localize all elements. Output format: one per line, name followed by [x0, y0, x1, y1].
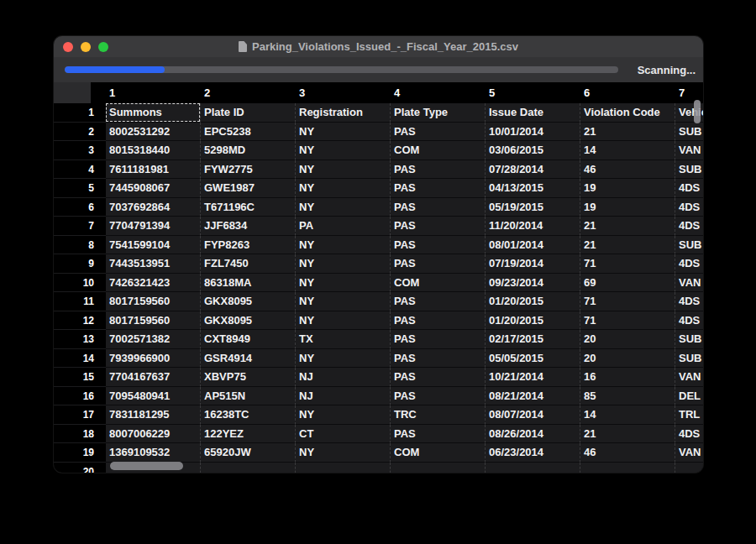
- row-header[interactable]: 17: [54, 405, 106, 425]
- table-cell[interactable]: 86318MA: [201, 274, 296, 293]
- table-cell[interactable]: 8015318440: [106, 141, 201, 160]
- row-header[interactable]: 2: [54, 123, 106, 142]
- table-cell[interactable]: Plate Type: [391, 103, 486, 123]
- table-cell[interactable]: 7611181981: [106, 160, 201, 180]
- table-cell[interactable]: 21: [580, 217, 675, 236]
- table-cell[interactable]: NY: [296, 236, 391, 255]
- table-cell[interactable]: 122YEZ: [201, 425, 296, 444]
- column-header[interactable]: 4: [391, 82, 486, 103]
- table-cell[interactable]: PAS: [391, 123, 486, 142]
- table-cell[interactable]: 01/20/2015: [486, 292, 580, 311]
- table-cell[interactable]: 4DS: [675, 198, 703, 217]
- table-cell[interactable]: GSR4914: [201, 349, 296, 369]
- table-cell[interactable]: PAS: [391, 330, 486, 349]
- table-cell[interactable]: 7037692864: [106, 198, 201, 217]
- table-cell[interactable]: 7095480941: [106, 387, 201, 406]
- table-cell[interactable]: 07/19/2014: [486, 254, 580, 274]
- table-cell[interactable]: NY: [296, 141, 391, 160]
- row-header[interactable]: 11: [54, 292, 106, 311]
- table-cell[interactable]: NY: [296, 198, 391, 217]
- table-cell[interactable]: 7939966900: [106, 349, 201, 369]
- table-cell[interactable]: 8007006229: [106, 425, 201, 444]
- table-cell[interactable]: 7443513951: [106, 254, 201, 274]
- table-cell[interactable]: SUB: [675, 349, 703, 369]
- row-header[interactable]: 20: [54, 463, 106, 473]
- table-cell[interactable]: 71: [580, 292, 675, 311]
- table-cell[interactable]: NY: [296, 179, 391, 198]
- table-cell[interactable]: PAS: [391, 349, 486, 369]
- table-cell[interactable]: 69: [580, 274, 675, 293]
- table-cell[interactable]: 16: [580, 368, 675, 387]
- table-cell[interactable]: NJ: [296, 387, 391, 406]
- table-cell[interactable]: 21: [580, 236, 675, 255]
- column-header[interactable]: 2: [201, 82, 296, 103]
- table-cell[interactable]: 7704167637: [106, 368, 201, 387]
- table-cell[interactable]: 16238TC: [201, 405, 296, 425]
- table-cell[interactable]: 21: [580, 123, 675, 142]
- table-cell[interactable]: [201, 463, 296, 473]
- table-cell[interactable]: PAS: [391, 179, 486, 198]
- table-cell[interactable]: NJ: [296, 368, 391, 387]
- table-cell[interactable]: FZL7450: [201, 254, 296, 274]
- table-cell[interactable]: NY: [296, 405, 391, 425]
- table-cell[interactable]: 46: [580, 160, 675, 180]
- table-cell[interactable]: 8002531292: [106, 123, 201, 142]
- column-header[interactable]: 3: [296, 82, 391, 103]
- table-cell[interactable]: [675, 463, 703, 473]
- row-header[interactable]: 16: [54, 387, 106, 406]
- table-cell[interactable]: 4DS: [675, 217, 703, 236]
- table-cell[interactable]: 1369109532: [106, 443, 201, 463]
- table-cell[interactable]: 7831181295: [106, 405, 201, 425]
- table-cell[interactable]: 19: [580, 198, 675, 217]
- table-cell[interactable]: 08/07/2014: [486, 405, 580, 425]
- maximize-button[interactable]: [98, 42, 108, 52]
- table-cell[interactable]: PA: [296, 217, 391, 236]
- table-cell[interactable]: 46: [580, 443, 675, 463]
- row-header[interactable]: 18: [54, 425, 106, 444]
- table-cell[interactable]: SUB: [675, 160, 703, 180]
- table-cell[interactable]: NY: [296, 160, 391, 180]
- row-header[interactable]: 10: [54, 274, 106, 293]
- horizontal-scrollbar-thumb[interactable]: [110, 462, 183, 470]
- table-cell[interactable]: SUB: [675, 236, 703, 255]
- table-cell[interactable]: JJF6834: [201, 217, 296, 236]
- table-cell[interactable]: TX: [296, 330, 391, 349]
- table-cell[interactable]: 14: [580, 141, 675, 160]
- table-cell[interactable]: NY: [296, 123, 391, 142]
- table-cell[interactable]: 8017159560: [106, 292, 201, 311]
- table-cell[interactable]: NY: [296, 274, 391, 293]
- table-cell[interactable]: 71: [580, 254, 675, 274]
- table-cell[interactable]: Registration: [296, 103, 391, 123]
- table-cell[interactable]: FYW2775: [201, 160, 296, 180]
- table-cell[interactable]: GKX8095: [201, 292, 296, 311]
- table-cell[interactable]: CT: [296, 425, 391, 444]
- table-cell[interactable]: Violation Code: [580, 103, 675, 123]
- table-cell[interactable]: PAS: [391, 254, 486, 274]
- table-cell[interactable]: SUB: [675, 330, 703, 349]
- table-cell[interactable]: 7426321423: [106, 274, 201, 293]
- table-cell[interactable]: 4DS: [675, 254, 703, 274]
- row-header[interactable]: 4: [54, 160, 106, 180]
- row-header[interactable]: 13: [54, 330, 106, 349]
- window-titlebar[interactable]: Parking_Violations_Issued_-_Fiscal_Year_…: [54, 36, 703, 57]
- row-header[interactable]: 5: [54, 179, 106, 198]
- table-cell[interactable]: 5298MD: [201, 141, 296, 160]
- table-cell[interactable]: 01/20/2015: [486, 311, 580, 331]
- table-cell[interactable]: 20: [580, 349, 675, 369]
- table-cell[interactable]: 19: [580, 179, 675, 198]
- table-cell[interactable]: 02/17/2015: [486, 330, 580, 349]
- table-cell[interactable]: VAN: [675, 368, 703, 387]
- table-cell[interactable]: NY: [296, 292, 391, 311]
- select-all-corner[interactable]: [54, 82, 91, 103]
- table-cell[interactable]: DEL: [675, 387, 703, 406]
- selected-cell[interactable]: Summons: [106, 103, 201, 123]
- row-header[interactable]: 19: [54, 443, 106, 463]
- table-cell[interactable]: 4DS: [675, 311, 703, 331]
- table-cell[interactable]: VAN: [675, 274, 703, 293]
- table-cell[interactable]: [296, 463, 391, 473]
- table-cell[interactable]: COM: [391, 443, 486, 463]
- column-header[interactable]: 5: [486, 82, 580, 103]
- table-cell[interactable]: 08/01/2014: [486, 236, 580, 255]
- table-cell[interactable]: 7002571382: [106, 330, 201, 349]
- table-cell[interactable]: 71: [580, 311, 675, 331]
